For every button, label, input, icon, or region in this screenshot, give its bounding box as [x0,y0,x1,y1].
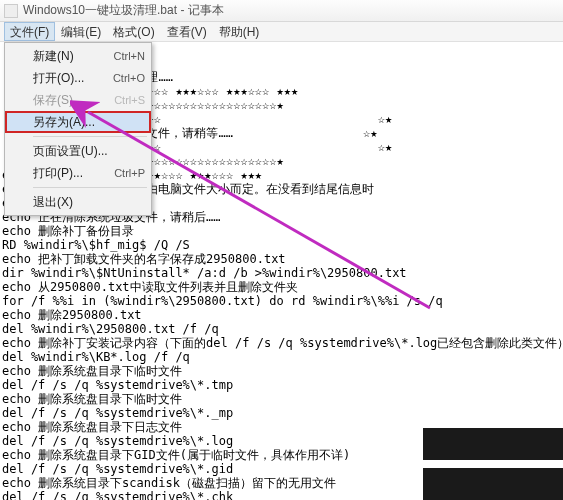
shortcut: Ctrl+S [114,94,145,106]
menu-bar: 文件(F) 编辑(E) 格式(O) 查看(V) 帮助(H) [0,22,563,42]
app-icon [4,4,18,18]
shortcut: Ctrl+P [114,167,145,179]
menu-item-page-setup[interactable]: 页面设置(U)... [5,140,151,162]
menu-item-new[interactable]: 新建(N) Ctrl+N [5,45,151,67]
menu-separator [33,136,147,137]
window-title: Windows10一键垃圾清理.bat - 记事本 [23,2,224,19]
menu-item-exit[interactable]: 退出(X) [5,191,151,213]
label: 新建(N) [33,48,74,65]
menu-separator [33,187,147,188]
label: 另存为(A)... [33,114,95,131]
menu-item-print[interactable]: 打印(P)... Ctrl+P [5,162,151,184]
file-menu-dropdown: 新建(N) Ctrl+N 打开(O)... Ctrl+O 保存(S) Ctrl+… [4,42,152,216]
label: 打开(O)... [33,70,84,87]
menu-view[interactable]: 查看(V) [161,22,213,41]
shortcut: Ctrl+O [113,72,145,84]
menu-format[interactable]: 格式(O) [107,22,160,41]
shortcut: Ctrl+N [114,50,145,62]
menu-edit[interactable]: 编辑(E) [55,22,107,41]
label: 退出(X) [33,194,73,211]
window-titlebar: Windows10一键垃圾清理.bat - 记事本 [0,0,563,22]
label: 页面设置(U)... [33,143,108,160]
label: 保存(S) [33,92,73,109]
menu-item-save-as[interactable]: 另存为(A)... [5,111,151,133]
mask-block [423,428,563,460]
menu-help[interactable]: 帮助(H) [213,22,266,41]
menu-item-save[interactable]: 保存(S) Ctrl+S [5,89,151,111]
menu-item-open[interactable]: 打开(O)... Ctrl+O [5,67,151,89]
label: 打印(P)... [33,165,83,182]
mask-block [423,468,563,500]
menu-file[interactable]: 文件(F) [4,22,55,41]
